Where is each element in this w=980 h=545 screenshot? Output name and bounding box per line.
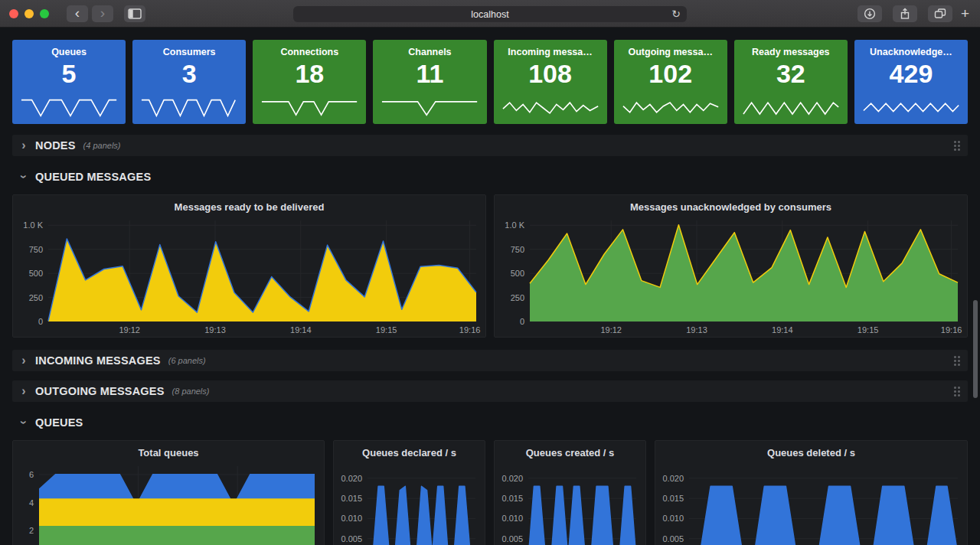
chevron-right-icon: ›	[19, 354, 28, 367]
stat-panel-queues: Queues 5	[12, 40, 126, 124]
stat-title[interactable]: Channels	[408, 47, 451, 57]
panel-messages-ready: Messages ready to be delivered 19:1219:1…	[12, 194, 486, 338]
svg-text:0.005: 0.005	[662, 534, 684, 543]
svg-text:0.020: 0.020	[501, 474, 523, 483]
panel-title[interactable]: Total queues	[13, 441, 324, 460]
svg-text:19:14: 19:14	[290, 325, 312, 335]
row-nodes[interactable]: › NODES (4 panels)	[12, 135, 968, 156]
zoom-window-button[interactable]	[40, 9, 49, 18]
queues-created-chart[interactable]: 0.0050.0100.0150.020	[495, 460, 645, 545]
back-chevron-icon: ‹	[75, 6, 80, 20]
svg-text:750: 750	[511, 245, 524, 254]
stat-title[interactable]: Unacknowledge…	[870, 47, 952, 57]
chevron-right-icon: ›	[19, 139, 28, 152]
reload-icon[interactable]: ↻	[671, 8, 681, 20]
stat-value: 11	[416, 59, 443, 89]
svg-text:750: 750	[29, 245, 43, 254]
panel-title[interactable]: Messages unacknowledged by consumers	[495, 195, 967, 214]
svg-text:19:13: 19:13	[204, 325, 226, 335]
svg-text:0: 0	[38, 317, 43, 326]
stat-value: 5	[62, 59, 77, 89]
svg-text:0.020: 0.020	[662, 474, 684, 483]
new-tab-button[interactable]: +	[959, 5, 971, 22]
stat-value: 18	[295, 59, 324, 89]
url-text: localhost	[471, 9, 508, 20]
row-panel-count: (8 panels)	[172, 387, 210, 396]
svg-text:0.015: 0.015	[501, 494, 523, 503]
drag-handle-icon[interactable]	[953, 386, 961, 397]
download-icon	[864, 8, 876, 20]
sidebar-icon	[128, 8, 142, 19]
downloads-button[interactable]	[858, 5, 882, 22]
row-title: QUEUED MESSAGES	[35, 171, 151, 183]
svg-text:0.010: 0.010	[662, 514, 684, 523]
stat-title[interactable]: Ready messages	[752, 47, 829, 57]
messages-ready-chart[interactable]: 19:1219:1319:1419:1519:1602505007501.0 K	[13, 214, 485, 337]
row-queues[interactable]: › QUEUES	[12, 411, 968, 434]
svg-text:0.020: 0.020	[341, 474, 362, 483]
row-outgoing-messages[interactable]: › OUTGOING MESSAGES (8 panels)	[12, 380, 968, 402]
svg-text:19:12: 19:12	[600, 325, 622, 335]
toolbar-actions: +	[854, 5, 971, 22]
svg-text:19:13: 19:13	[686, 325, 707, 335]
sparkline	[381, 96, 479, 119]
forward-button[interactable]: ›	[92, 5, 113, 22]
svg-text:2: 2	[29, 526, 34, 535]
forward-chevron-icon: ›	[100, 6, 105, 20]
row-title: OUTGOING MESSAGES	[35, 385, 165, 397]
panel-title[interactable]: Queues deleted / s	[655, 441, 967, 460]
sparkline	[140, 96, 238, 119]
tab-overview-button[interactable]	[928, 5, 952, 22]
close-window-button[interactable]	[9, 9, 18, 18]
panel-queues-deleted: Queues deleted / s 0.0050.0100.0150.020	[655, 440, 968, 545]
sparkline	[20, 96, 118, 119]
row-queued-messages[interactable]: › QUEUED MESSAGES	[12, 165, 968, 188]
svg-text:19:12: 19:12	[119, 325, 140, 335]
sidebar-toggle-button[interactable]	[124, 5, 145, 22]
svg-text:1.0 K: 1.0 K	[505, 220, 524, 230]
queued-messages-panels: Messages ready to be delivered 19:1219:1…	[12, 194, 968, 338]
stat-title[interactable]: Connections	[280, 47, 338, 57]
drag-handle-icon[interactable]	[953, 140, 961, 152]
svg-text:1.0 K: 1.0 K	[23, 220, 43, 230]
svg-text:0.015: 0.015	[341, 494, 362, 503]
stat-title[interactable]: Incoming messa…	[508, 47, 592, 57]
svg-text:0: 0	[520, 317, 524, 326]
total-queues-chart[interactable]: 246	[13, 460, 324, 545]
drag-handle-icon[interactable]	[953, 355, 961, 367]
stat-title[interactable]: Consumers	[163, 47, 216, 57]
row-title: NODES	[35, 139, 76, 152]
panel-title[interactable]: Queues created / s	[495, 441, 645, 460]
stat-title[interactable]: Queues	[51, 47, 87, 57]
stat-panel-outgoing-messages: Outgoing messa… 102	[614, 40, 727, 124]
svg-text:500: 500	[29, 269, 43, 278]
panel-messages-unacknowledged: Messages unacknowledged by consumers 19:…	[494, 194, 968, 338]
share-button[interactable]	[893, 5, 917, 22]
stat-title[interactable]: Outgoing messa…	[628, 47, 712, 57]
sparkline	[260, 96, 358, 119]
row-incoming-messages[interactable]: › INCOMING MESSAGES (6 panels)	[12, 350, 968, 371]
stat-value: 3	[182, 59, 197, 89]
svg-text:4: 4	[29, 498, 34, 507]
queues-deleted-chart[interactable]: 0.0050.0100.0150.020	[655, 460, 967, 545]
row-panel-count: (6 panels)	[168, 356, 206, 365]
back-button[interactable]: ‹	[67, 5, 88, 22]
address-bar[interactable]: localhost ↻	[293, 6, 687, 22]
queues-panels: Total queues 246 Queues declared / s 0.0…	[12, 440, 968, 545]
panel-title[interactable]: Messages ready to be delivered	[13, 195, 485, 214]
tabs-icon	[934, 8, 946, 19]
panel-queues-created: Queues created / s 0.0050.0100.0150.020	[494, 440, 646, 545]
svg-text:0.010: 0.010	[501, 514, 523, 523]
panel-total-queues: Total queues 246	[12, 440, 325, 545]
svg-text:0.005: 0.005	[501, 534, 523, 543]
queues-declared-chart[interactable]: 0.0050.0100.0150.020	[334, 460, 485, 545]
messages-unacknowledged-chart[interactable]: 19:1219:1319:1419:1519:1602505007501.0 K	[495, 214, 967, 337]
stat-panel-channels: Channels 11	[373, 40, 486, 124]
panel-queues-declared: Queues declared / s 0.0050.0100.0150.020	[333, 440, 485, 545]
row-panel-count: (4 panels)	[83, 141, 121, 150]
svg-text:19:15: 19:15	[858, 325, 879, 335]
minimize-window-button[interactable]	[24, 9, 34, 18]
scrollbar-thumb[interactable]	[973, 300, 978, 398]
panel-title[interactable]: Queues declared / s	[334, 441, 485, 460]
stat-value: 32	[776, 59, 805, 89]
